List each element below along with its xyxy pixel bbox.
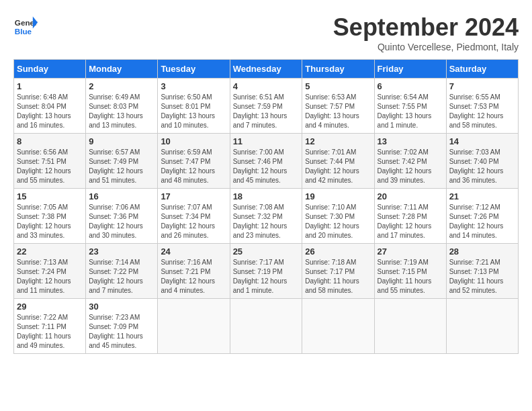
day-number: 17 [161,191,226,201]
calendar-cell: 15Sunrise: 7:05 AM Sunset: 7:38 PM Dayli… [14,189,86,244]
calendar-week-row: 8Sunrise: 6:56 AM Sunset: 7:51 PM Daylig… [14,134,519,189]
day-number: 7 [449,81,515,91]
day-info: Sunrise: 7:17 AM Sunset: 7:19 PM Dayligh… [233,258,300,295]
calendar-cell [230,299,302,354]
calendar-table: SundayMondayTuesdayWednesdayThursdayFrid… [13,59,519,354]
day-info: Sunrise: 7:08 AM Sunset: 7:32 PM Dayligh… [233,203,300,240]
calendar-cell: 10Sunrise: 6:59 AM Sunset: 7:47 PM Dayli… [158,134,230,189]
day-number: 27 [378,246,443,257]
weekday-header-tuesday: Tuesday [158,60,230,79]
calendar-cell [158,299,230,354]
day-number: 26 [305,246,371,257]
day-number: 19 [305,191,371,201]
day-info: Sunrise: 7:14 AM Sunset: 7:22 PM Dayligh… [89,258,154,295]
day-number: 8 [17,136,83,146]
logo: General Blue [13,13,38,38]
day-info: Sunrise: 6:53 AM Sunset: 7:57 PM Dayligh… [305,93,371,130]
title-area: September 2024 Quinto Vercellese, Piedmo… [333,13,519,52]
weekday-header-monday: Monday [86,60,158,79]
calendar-cell: 29Sunrise: 7:22 AM Sunset: 7:11 PM Dayli… [14,299,86,354]
day-number: 23 [89,246,154,257]
day-number: 24 [161,246,226,257]
svg-text:Blue: Blue [15,27,32,36]
weekday-header-wednesday: Wednesday [230,60,302,79]
day-number: 21 [449,191,515,201]
day-info: Sunrise: 7:06 AM Sunset: 7:36 PM Dayligh… [89,203,154,240]
day-number: 30 [89,302,154,312]
calendar-cell: 1Sunrise: 6:48 AM Sunset: 8:04 PM Daylig… [14,79,86,134]
day-number: 4 [233,81,300,91]
day-number: 10 [161,136,226,146]
day-info: Sunrise: 6:50 AM Sunset: 8:01 PM Dayligh… [161,93,226,130]
weekday-header-sunday: Sunday [14,60,86,79]
day-info: Sunrise: 7:07 AM Sunset: 7:34 PM Dayligh… [161,203,226,240]
day-info: Sunrise: 7:13 AM Sunset: 7:24 PM Dayligh… [17,258,83,295]
day-info: Sunrise: 7:05 AM Sunset: 7:38 PM Dayligh… [17,203,83,240]
location-subtitle: Quinto Vercellese, Piedmont, Italy [333,42,519,52]
calendar-cell: 20Sunrise: 7:11 AM Sunset: 7:28 PM Dayli… [374,189,446,244]
day-info: Sunrise: 7:18 AM Sunset: 7:17 PM Dayligh… [305,258,371,295]
day-info: Sunrise: 6:49 AM Sunset: 8:03 PM Dayligh… [89,93,154,130]
day-number: 2 [89,81,154,91]
calendar-cell: 5Sunrise: 6:53 AM Sunset: 7:57 PM Daylig… [302,79,374,134]
day-number: 13 [378,136,443,146]
day-info: Sunrise: 7:02 AM Sunset: 7:42 PM Dayligh… [378,148,443,185]
day-number: 20 [378,191,443,201]
day-number: 14 [449,136,515,146]
day-number: 9 [89,136,154,146]
day-number: 12 [305,136,371,146]
calendar-cell: 17Sunrise: 7:07 AM Sunset: 7:34 PM Dayli… [158,189,230,244]
calendar-cell: 11Sunrise: 7:00 AM Sunset: 7:46 PM Dayli… [230,134,302,189]
calendar-cell: 4Sunrise: 6:51 AM Sunset: 7:59 PM Daylig… [230,79,302,134]
day-number: 6 [378,81,443,91]
calendar-cell: 21Sunrise: 7:12 AM Sunset: 7:26 PM Dayli… [446,189,518,244]
calendar-cell [374,299,446,354]
calendar-cell: 30Sunrise: 7:23 AM Sunset: 7:09 PM Dayli… [86,299,158,354]
calendar-week-row: 22Sunrise: 7:13 AM Sunset: 7:24 PM Dayli… [14,244,519,299]
day-number: 22 [17,246,83,257]
calendar-cell: 2Sunrise: 6:49 AM Sunset: 8:03 PM Daylig… [86,79,158,134]
day-number: 11 [233,136,300,146]
calendar-cell: 14Sunrise: 7:03 AM Sunset: 7:40 PM Dayli… [446,134,518,189]
day-number: 5 [305,81,371,91]
calendar-cell: 7Sunrise: 6:55 AM Sunset: 7:53 PM Daylig… [446,79,518,134]
day-info: Sunrise: 7:23 AM Sunset: 7:09 PM Dayligh… [89,313,154,351]
day-info: Sunrise: 6:55 AM Sunset: 7:53 PM Dayligh… [449,93,515,130]
calendar-cell [302,299,374,354]
day-info: Sunrise: 6:48 AM Sunset: 8:04 PM Dayligh… [17,93,83,130]
day-info: Sunrise: 6:54 AM Sunset: 7:55 PM Dayligh… [378,93,443,130]
calendar-week-row: 15Sunrise: 7:05 AM Sunset: 7:38 PM Dayli… [14,189,519,244]
day-info: Sunrise: 7:10 AM Sunset: 7:30 PM Dayligh… [305,203,371,240]
calendar-cell: 25Sunrise: 7:17 AM Sunset: 7:19 PM Dayli… [230,244,302,299]
calendar-cell: 13Sunrise: 7:02 AM Sunset: 7:42 PM Dayli… [374,134,446,189]
day-info: Sunrise: 6:51 AM Sunset: 7:59 PM Dayligh… [233,93,300,130]
calendar-cell: 26Sunrise: 7:18 AM Sunset: 7:17 PM Dayli… [302,244,374,299]
day-info: Sunrise: 6:59 AM Sunset: 7:47 PM Dayligh… [161,148,226,185]
calendar-cell: 16Sunrise: 7:06 AM Sunset: 7:36 PM Dayli… [86,189,158,244]
day-info: Sunrise: 7:00 AM Sunset: 7:46 PM Dayligh… [233,148,300,185]
calendar-cell: 19Sunrise: 7:10 AM Sunset: 7:30 PM Dayli… [302,189,374,244]
calendar-cell: 23Sunrise: 7:14 AM Sunset: 7:22 PM Dayli… [86,244,158,299]
calendar-cell [446,299,518,354]
logo-icon: General Blue [13,13,38,38]
day-number: 1 [17,81,83,91]
calendar-cell: 3Sunrise: 6:50 AM Sunset: 8:01 PM Daylig… [158,79,230,134]
weekday-header-saturday: Saturday [446,60,518,79]
weekday-header-thursday: Thursday [302,60,374,79]
calendar-cell: 24Sunrise: 7:16 AM Sunset: 7:21 PM Dayli… [158,244,230,299]
day-info: Sunrise: 7:22 AM Sunset: 7:11 PM Dayligh… [17,313,83,351]
day-info: Sunrise: 7:19 AM Sunset: 7:15 PM Dayligh… [378,258,443,295]
calendar-cell: 27Sunrise: 7:19 AM Sunset: 7:15 PM Dayli… [374,244,446,299]
calendar-week-row: 29Sunrise: 7:22 AM Sunset: 7:11 PM Dayli… [14,299,519,354]
day-info: Sunrise: 7:01 AM Sunset: 7:44 PM Dayligh… [305,148,371,185]
day-info: Sunrise: 7:16 AM Sunset: 7:21 PM Dayligh… [161,258,226,295]
day-number: 25 [233,246,300,257]
weekday-header-friday: Friday [374,60,446,79]
calendar-cell: 6Sunrise: 6:54 AM Sunset: 7:55 PM Daylig… [374,79,446,134]
calendar-cell: 28Sunrise: 7:21 AM Sunset: 7:13 PM Dayli… [446,244,518,299]
calendar-cell: 22Sunrise: 7:13 AM Sunset: 7:24 PM Dayli… [14,244,86,299]
month-title: September 2024 [333,13,519,42]
day-info: Sunrise: 7:11 AM Sunset: 7:28 PM Dayligh… [378,203,443,240]
day-number: 3 [161,81,226,91]
calendar-cell: 9Sunrise: 6:57 AM Sunset: 7:49 PM Daylig… [86,134,158,189]
